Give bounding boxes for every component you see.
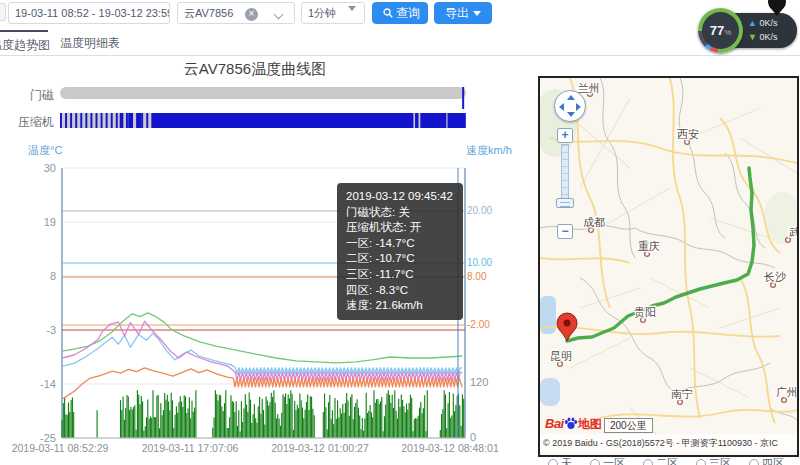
tooltip-door: 门磁状态: 关 bbox=[346, 205, 454, 221]
radio-icon[interactable] bbox=[643, 459, 653, 465]
vehicle-pin[interactable] bbox=[557, 313, 577, 341]
compressor-on-segment bbox=[415, 113, 418, 128]
city-dot-西安 bbox=[685, 140, 690, 145]
tooltip-time: 2019-03-12 09:45:42 bbox=[346, 189, 454, 205]
tooltip-zone4: 四区: -8.3°C bbox=[346, 283, 454, 299]
zone-radio-label: 四区 bbox=[762, 456, 784, 465]
map-pan-control[interactable] bbox=[554, 90, 586, 122]
city-dot-重庆 bbox=[645, 252, 650, 257]
y-left-tick-label: 30 bbox=[44, 162, 56, 174]
city-label-昆明: 昆明 bbox=[550, 350, 572, 362]
door-status-bar bbox=[60, 87, 466, 99]
compressor-on-segment bbox=[137, 113, 141, 128]
tooltip-zone3: 三区: -11.7°C bbox=[346, 267, 454, 283]
threshold-label: -2.00 bbox=[467, 319, 490, 330]
y-left-tick-label: 8 bbox=[50, 270, 56, 282]
x-axis-tick-label: 2019-03-12 08:48:01 bbox=[401, 442, 499, 454]
city-label-兰州: 兰州 bbox=[578, 82, 600, 94]
baidu-logo-text: Bai bbox=[545, 416, 564, 431]
upload-speed: 0K/s bbox=[759, 18, 777, 28]
city-dot-南宁 bbox=[678, 400, 683, 405]
pan-left-icon[interactable] bbox=[559, 103, 564, 111]
zoom-slider-handle[interactable] bbox=[556, 198, 574, 208]
compressor-on-segment bbox=[128, 113, 132, 128]
radio-icon[interactable] bbox=[749, 459, 759, 465]
zone-radio-四区[interactable]: 四区 bbox=[749, 456, 784, 465]
upload-arrow-icon: ▲ bbox=[748, 18, 757, 28]
city-dot-武汉 bbox=[786, 238, 791, 243]
tooltip-speed: 速度: 21.6km/h bbox=[346, 298, 454, 314]
baidu-paw-icon bbox=[564, 417, 578, 430]
city-label-南宁: 南宁 bbox=[671, 388, 693, 400]
series-line-二区 bbox=[62, 333, 462, 373]
memory-gauge[interactable]: 77% bbox=[698, 8, 743, 53]
y-left-tick-label: 19 bbox=[44, 216, 56, 228]
zone-radio-天[interactable]: 天 bbox=[548, 456, 572, 465]
net-speed-rows: ▲ 0K/s ▼ 0K/s bbox=[748, 17, 777, 44]
radio-icon[interactable] bbox=[590, 459, 600, 465]
map-attribution: © 2019 Baidu - GS(2018)5572号 - 甲测资字11009… bbox=[540, 434, 797, 452]
chart-tooltip: 2019-03-12 09:45:42 门磁状态: 关 压缩机状态: 开 一区:… bbox=[337, 183, 463, 320]
baidu-logo-word: 地图 bbox=[578, 417, 602, 431]
gauge-percent: 77 bbox=[710, 23, 724, 38]
compressor-on-segment bbox=[153, 113, 414, 128]
pan-down-icon[interactable] bbox=[567, 112, 575, 117]
city-label-贵阳: 贵阳 bbox=[634, 306, 656, 318]
zone-radio-三区[interactable]: 三区 bbox=[696, 456, 731, 465]
city-dot-贵阳 bbox=[641, 318, 646, 323]
door-open-tick bbox=[462, 87, 464, 109]
gauge-percent-unit: % bbox=[724, 28, 731, 37]
download-arrow-icon: ▼ bbox=[748, 32, 757, 42]
y-left-tick-label: -14 bbox=[40, 378, 56, 390]
city-dot-广州 bbox=[782, 398, 787, 403]
zone-radio-label: 一区 bbox=[603, 456, 625, 465]
zoom-in-button[interactable]: + bbox=[557, 128, 573, 143]
map-scale: 200公里 bbox=[604, 418, 653, 433]
zone-radio-label: 二区 bbox=[656, 456, 678, 465]
baidu-logo: Bai地图 bbox=[545, 416, 602, 433]
compressor-on-segment bbox=[420, 113, 446, 128]
tooltip-zone1: 一区: -14.7°C bbox=[346, 236, 454, 252]
tooltip-zone2: 二区: -10.7°C bbox=[346, 251, 454, 267]
zone-legend: 天一区二区三区四区 bbox=[548, 456, 784, 465]
x-axis-tick-label: 2019-03-11 17:07:06 bbox=[142, 442, 239, 454]
y-left-tick-label: -3 bbox=[46, 324, 56, 336]
city-dot-长沙 bbox=[771, 283, 776, 288]
city-dot-昆明 bbox=[558, 362, 563, 367]
radio-icon[interactable] bbox=[696, 459, 706, 465]
pan-up-icon[interactable] bbox=[567, 95, 575, 100]
threshold-label: 10.00 bbox=[467, 257, 492, 268]
city-label-成都: 成都 bbox=[583, 216, 605, 228]
radio-icon[interactable] bbox=[548, 459, 558, 465]
city-label-西安: 西安 bbox=[677, 128, 699, 140]
threshold-label: 8.00 bbox=[467, 271, 487, 282]
zone-radio-一区[interactable]: 一区 bbox=[590, 456, 625, 465]
pin-cursor-icon bbox=[763, 0, 791, 16]
speed-series bbox=[62, 390, 464, 437]
baidu-map[interactable]: 兰州西安成都重庆贵阳长沙武汉南宁广州昆明 + − Bai地图 200公里 © 2… bbox=[538, 76, 799, 457]
city-label-长沙: 长沙 bbox=[763, 271, 787, 283]
city-dot-成都 bbox=[589, 228, 594, 233]
zone-radio-label: 三区 bbox=[709, 456, 731, 465]
threshold-label: 20.00 bbox=[467, 205, 492, 216]
zoom-slider-track[interactable] bbox=[561, 144, 569, 202]
compressor-on-segment bbox=[120, 113, 124, 128]
zone-radio-二区[interactable]: 二区 bbox=[643, 456, 678, 465]
map-canvas: 兰州西安成都重庆贵阳长沙武汉南宁广州昆明 bbox=[540, 78, 797, 455]
city-label-重庆: 重庆 bbox=[638, 240, 660, 252]
major-roads bbox=[540, 78, 797, 423]
y-right-tick-label: 120 bbox=[470, 376, 488, 388]
city-label-武汉: 武汉 bbox=[789, 226, 797, 238]
zoom-out-button[interactable]: − bbox=[557, 224, 573, 239]
x-axis-tick-label: 2019-03-12 01:00:27 bbox=[271, 442, 369, 454]
pan-right-icon[interactable] bbox=[576, 103, 581, 111]
download-speed: 0K/s bbox=[759, 32, 777, 42]
zone-radio-label: 天 bbox=[561, 456, 572, 465]
compressor-on-segment bbox=[448, 113, 466, 128]
city-label-广州: 广州 bbox=[776, 386, 797, 398]
x-axis-tick-label: 2019-03-11 08:52:29 bbox=[12, 442, 109, 454]
tooltip-compressor: 压缩机状态: 开 bbox=[346, 220, 454, 236]
